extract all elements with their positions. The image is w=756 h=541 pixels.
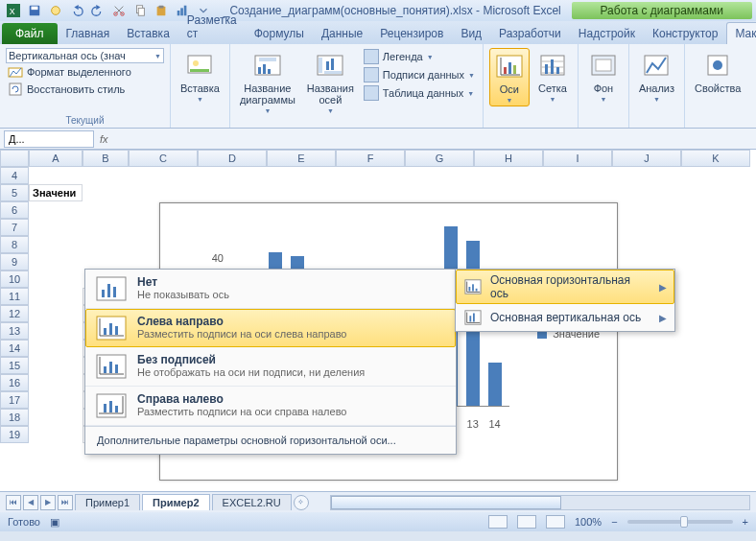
tab-page-layout[interactable]: Разметка ст — [178, 9, 246, 44]
query-icon[interactable] — [46, 2, 65, 19]
data-labels-button[interactable]: Подписи данных ▼ — [362, 66, 477, 83]
primary-vertical-axis-item[interactable]: Основная вертикальная ось ▶ — [456, 304, 674, 331]
row-header[interactable]: 4 — [0, 167, 29, 184]
tab-formulas[interactable]: Формулы — [246, 22, 313, 44]
view-page-layout-button[interactable] — [517, 515, 536, 529]
cell[interactable] — [29, 357, 83, 374]
tab-file[interactable]: Файл — [2, 23, 58, 44]
excel-icon[interactable]: X — [4, 2, 23, 19]
cell[interactable] — [29, 270, 83, 288]
primary-horizontal-axis-item[interactable]: Основная горизонтальная ось ▶ — [456, 270, 674, 304]
cell[interactable] — [29, 288, 83, 305]
col-header[interactable]: I — [543, 150, 612, 167]
data-table-button[interactable]: Таблица данных ▼ — [362, 84, 477, 102]
row-header[interactable]: 13 — [0, 322, 29, 340]
cell[interactable] — [29, 236, 83, 253]
insert-button[interactable]: Вставка ▼ — [177, 48, 224, 105]
col-header[interactable]: A — [29, 150, 83, 167]
cell[interactable] — [29, 374, 83, 391]
cell[interactable] — [83, 236, 129, 253]
sheet-nav-last[interactable]: ⏭ — [58, 495, 73, 510]
row-header[interactable]: 17 — [0, 391, 29, 409]
tab-home[interactable]: Главная — [58, 22, 119, 44]
cell[interactable] — [29, 426, 83, 443]
cell[interactable] — [83, 201, 129, 219]
col-header[interactable]: D — [198, 150, 267, 167]
sheet-tab[interactable]: Пример2 — [142, 494, 209, 510]
chart-element-dropdown[interactable]: Вертикальная ось (знач ▼ — [6, 48, 164, 63]
worksheet-grid[interactable]: A B C D E F G H I J K 456789101112131415… — [0, 150, 756, 491]
axis-option-rtl[interactable]: Справа налево Разместить подписи на оси … — [85, 387, 456, 426]
sheet-tab[interactable]: Пример1 — [75, 494, 140, 510]
cell[interactable] — [83, 167, 129, 184]
row-header[interactable]: 6 — [0, 201, 29, 219]
zoom-in-button[interactable]: + — [743, 516, 748, 528]
cell[interactable] — [29, 391, 83, 409]
undo-icon[interactable] — [67, 2, 86, 19]
row-header[interactable]: 5 — [0, 184, 29, 201]
reset-style-button[interactable]: Восстановить стиль — [6, 81, 164, 98]
row-header[interactable]: 12 — [0, 305, 29, 322]
col-header[interactable]: K — [681, 150, 750, 167]
macro-record-icon[interactable]: ▣ — [50, 516, 59, 529]
legend-button[interactable]: Легенда ▼ — [362, 48, 477, 65]
cell[interactable] — [29, 253, 83, 270]
tab-review[interactable]: Рецензиров — [371, 22, 452, 44]
sheet-nav-next[interactable]: ▶ — [40, 495, 56, 510]
col-header[interactable]: H — [474, 150, 543, 167]
tab-data[interactable]: Данные — [313, 22, 371, 44]
gridlines-button[interactable]: Сетка ▼ — [533, 48, 572, 105]
cell[interactable] — [83, 184, 129, 201]
axes-button[interactable]: Оси ▼ — [489, 48, 530, 106]
cell[interactable] — [83, 219, 129, 236]
name-box[interactable]: Д... — [4, 130, 94, 148]
tab-addins[interactable]: Надстройк — [570, 22, 644, 44]
cell[interactable] — [29, 305, 83, 322]
sheet-tab[interactable]: EXCEL2.RU — [212, 494, 292, 510]
horizontal-scrollbar[interactable] — [330, 495, 750, 510]
plot-area-button[interactable]: Фон ▼ — [584, 48, 623, 105]
tab-insert[interactable]: Вставка — [118, 22, 178, 44]
row-header[interactable]: 8 — [0, 236, 29, 253]
axis-option-nolabels[interactable]: Без подписей Не отображать на оси ни под… — [85, 347, 456, 387]
cell[interactable] — [29, 322, 83, 340]
view-page-break-button[interactable] — [546, 515, 565, 529]
tab-layout[interactable]: Макет — [726, 22, 756, 44]
zoom-slider[interactable] — [627, 520, 733, 524]
zoom-out-button[interactable]: − — [611, 516, 617, 528]
save-icon[interactable] — [25, 2, 44, 19]
row-header[interactable]: 19 — [0, 426, 29, 443]
cell[interactable]: Значени — [29, 184, 83, 201]
cell[interactable] — [29, 167, 83, 184]
row-header[interactable]: 11 — [0, 288, 29, 305]
sheet-nav-first[interactable]: ⏮ — [6, 495, 21, 510]
tab-design[interactable]: Конструктор — [644, 22, 726, 44]
col-header[interactable]: C — [129, 150, 198, 167]
row-header[interactable]: 16 — [0, 374, 29, 391]
col-header[interactable]: G — [405, 150, 474, 167]
select-all-corner[interactable] — [0, 150, 29, 167]
col-header[interactable]: B — [83, 150, 129, 167]
fx-icon[interactable]: fx — [100, 133, 108, 145]
redo-icon[interactable] — [88, 2, 107, 19]
chart-bar[interactable] — [488, 363, 502, 407]
col-header[interactable]: J — [612, 150, 681, 167]
copy-icon[interactable] — [130, 2, 150, 19]
cell[interactable] — [29, 340, 83, 357]
properties-button[interactable]: Свойства — [691, 48, 744, 96]
cell[interactable] — [29, 409, 83, 426]
axis-option-none[interactable]: Нет Не показывать ось — [85, 270, 456, 309]
new-sheet-button[interactable]: ✧ — [294, 495, 309, 510]
chart-title-button[interactable]: Название диаграммы ▼ — [236, 48, 299, 116]
format-selection-button[interactable]: Формат выделенного — [6, 63, 164, 81]
row-header[interactable]: 15 — [0, 357, 29, 374]
zoom-thumb[interactable] — [680, 516, 688, 528]
row-header[interactable]: 14 — [0, 340, 29, 357]
cut-icon[interactable] — [109, 2, 129, 19]
row-header[interactable]: 18 — [0, 409, 29, 426]
row-header[interactable]: 7 — [0, 219, 29, 236]
paste-icon[interactable] — [152, 2, 171, 19]
row-header[interactable]: 10 — [0, 270, 29, 288]
scroll-thumb[interactable] — [331, 496, 561, 509]
axis-more-options[interactable]: Дополнительные параметры основной горизо… — [85, 426, 456, 454]
